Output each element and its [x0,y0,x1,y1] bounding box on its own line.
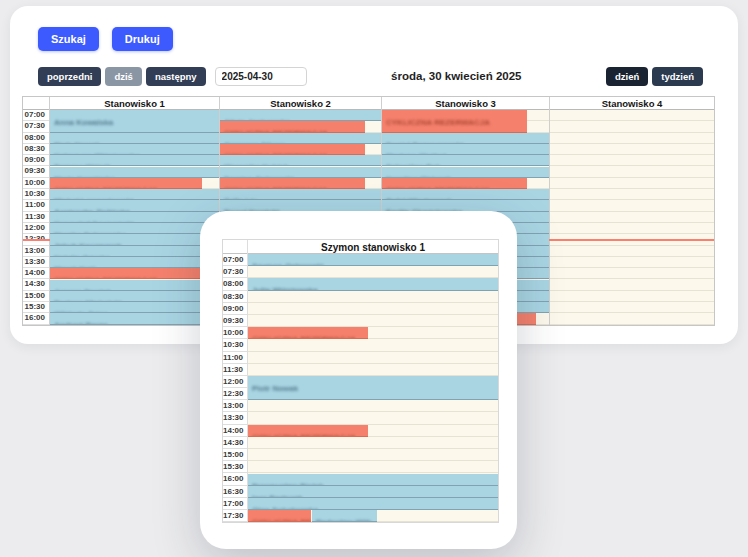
reservation-block[interactable]: Olga Sokołowska [248,498,498,510]
reservation-block[interactable]: Karolina Walczak [382,167,549,178]
reservation-block[interactable]: Martyna Wróbel [382,144,549,155]
time-label: 07:00 [23,110,49,121]
time-label: 09:00 [223,303,247,315]
empty-time-slot[interactable] [248,352,498,364]
empty-time-slot[interactable] [248,437,498,449]
print-button[interactable]: Drukuj [112,27,173,51]
reservation-block[interactable]: Agnieszka Zielińska [50,200,219,211]
reservation-block[interactable]: Sebastian Bąk [382,155,549,166]
reservation-block[interactable]: Daniel Tomaszewski [382,133,549,144]
date-nav-group: poprzedni dziś następny [38,67,307,86]
empty-time-slot[interactable] [550,121,714,132]
time-label: 14:00 [223,425,247,437]
prev-day-button[interactable]: poprzedni [38,67,101,86]
time-label: 14:30 [223,437,247,449]
empty-time-slot[interactable] [248,412,498,424]
recurring-reservation-block[interactable]: CYKLICZNA REZERWACJA [50,268,202,279]
empty-time-slot[interactable] [248,291,498,303]
empty-time-slot[interactable] [248,364,498,376]
empty-time-slot[interactable] [550,257,714,268]
today-button[interactable]: dziś [105,67,141,86]
reservation-label: Anna Kowalska [54,118,113,127]
time-label: 16:00 [223,473,247,485]
reservation-block[interactable]: Zofia Lis [220,189,381,200]
empty-time-slot[interactable] [550,178,714,189]
reservation-block[interactable]: Radosław Wilk [312,510,377,522]
recurring-reservation-block[interactable]: CYKLICZNA REZERWACJA [50,178,202,189]
next-day-button[interactable]: następny [146,67,206,86]
empty-time-slot[interactable] [550,189,714,200]
empty-time-slot[interactable] [550,313,714,324]
reservation-block[interactable]: Tomasz Wójcik [50,155,219,166]
empty-time-slot[interactable] [550,279,714,290]
reservation-block[interactable]: Damian Ostrowski [220,167,381,178]
empty-time-slot[interactable] [550,291,714,302]
empty-time-slot[interactable] [550,155,714,166]
time-label: 14:30 [23,279,49,290]
reservation-block[interactable]: Alicja Jankowska [220,110,381,121]
recurring-reservation-block[interactable]: CYKLICZNA REZERWACJA [248,425,368,437]
empty-time-slot[interactable] [550,212,714,223]
empty-time-slot[interactable] [248,303,498,315]
reservation-block[interactable]: Bartosz Michalski [50,291,219,302]
week-view-button[interactable]: tydzień [652,67,703,86]
empty-time-slot[interactable] [248,339,498,351]
empty-time-slot[interactable] [550,302,714,313]
reservation-block[interactable]: Piotr Nowak [248,376,498,400]
recurring-reservation-block[interactable]: CYKLICZNA REZERWACJA [382,178,527,189]
recurring-reservation-block[interactable]: CYKLICZNA REZERWACJA [220,121,365,132]
time-label: 11:00 [223,352,247,364]
recurring-reservation-block[interactable]: CYKLICZNA REZERWACJA [220,144,365,155]
empty-time-slot[interactable] [248,461,498,473]
reservation-block[interactable]: Piotr Nowak [50,133,219,144]
reservation-block[interactable]: Igor Bartczak [248,486,498,498]
column-header-1: Stanowisko 1 [49,97,219,110]
empty-time-slot[interactable] [550,223,714,234]
day-view-button[interactable]: dzień [606,67,648,86]
recurring-reservation-block[interactable]: CYKLICZNA REZERWACJA [248,510,311,522]
empty-time-slot[interactable] [550,110,714,121]
empty-time-slot[interactable] [248,400,498,412]
reservation-block[interactable]: Emilia Chmielewska [382,200,549,211]
reservation-block[interactable]: Maria Kamińska [50,167,219,178]
reservation-block[interactable]: Marek Król [50,257,219,268]
empty-time-slot[interactable] [550,246,714,257]
date-input[interactable] [215,67,307,86]
reservation-block[interactable]: Michał Lewandowski [50,189,219,200]
search-button[interactable]: Szukaj [38,27,99,51]
empty-time-slot[interactable] [550,200,714,211]
reservation-block[interactable]: Joanna Pawlak [50,280,219,291]
recurring-reservation-block[interactable]: CYKLICZNA REZERWACJA [248,327,368,339]
time-label: 10:30 [23,189,49,200]
reservation-block[interactable]: Wiktoria Zając [50,302,219,313]
empty-time-slot[interactable] [550,268,714,279]
reservation-block[interactable]: Anna Kowalska [50,110,219,133]
reservation-label: Piotr Nowak [252,384,298,393]
reservation-block[interactable]: Krzysztof Szymański [50,212,219,223]
reservation-block[interactable]: Szymon Ostrowski [248,254,498,266]
time-label: 13:00 [23,246,49,257]
time-label: 08:00 [23,133,49,144]
reservation-block[interactable]: Jakub Kaczmarek [50,234,219,245]
recurring-reservation-block[interactable]: CYKLICZNA REZERWACJA [220,178,365,189]
reservation-block[interactable]: Natalia Górska [50,246,219,257]
reservation-block[interactable]: Monika Dąbrowska [50,223,219,234]
empty-time-slot[interactable] [550,144,714,155]
nav-row: poprzedni dziś następny środa, 30 kwieci… [38,66,703,86]
empty-time-slot[interactable] [550,166,714,177]
reservation-block[interactable]: Julia Wiśniewska [248,278,498,290]
reservation-block[interactable]: Paweł Nowicki [220,200,381,211]
empty-time-slot[interactable] [248,315,498,327]
reservation-label: Julia Wiśniewska [252,286,318,290]
recurring-reservation-block[interactable]: CYKLICZNA REZERWACJA [382,110,527,133]
empty-time-slot[interactable] [248,266,498,278]
reservation-block[interactable]: Grzegorz Sikora [220,133,381,144]
time-label: 16:30 [223,486,247,498]
empty-time-slot[interactable] [550,133,714,144]
reservation-block[interactable]: Andrzej Baran [50,313,219,324]
reservation-block[interactable]: Katarzyna Wiśniewska [50,144,219,155]
reservation-block[interactable]: Rafał Włodarczyk [382,189,549,200]
reservation-block[interactable]: Przemysław Bielak [248,474,498,486]
empty-time-slot[interactable] [248,449,498,461]
reservation-block[interactable]: Weronika Kubiak [220,155,381,166]
